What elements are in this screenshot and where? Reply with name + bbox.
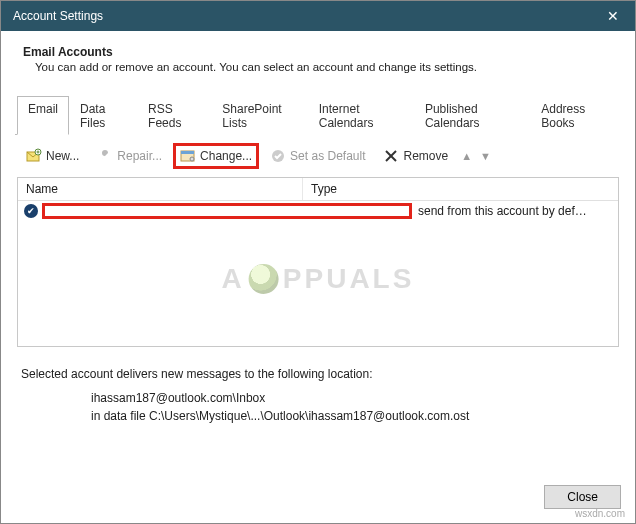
- tab-email[interactable]: Email: [17, 96, 69, 135]
- account-row[interactable]: ✔ send from this account by def…: [18, 201, 618, 221]
- tab-rss-feeds[interactable]: RSS Feeds: [137, 96, 211, 135]
- change-button-label: Change...: [200, 149, 252, 163]
- svg-rect-5: [181, 151, 194, 154]
- account-type-text: send from this account by def…: [412, 204, 612, 218]
- window-title: Account Settings: [13, 9, 591, 23]
- set-default-button-label: Set as Default: [290, 149, 365, 163]
- tab-internet-calendars[interactable]: Internet Calendars: [308, 96, 414, 135]
- header-title: Email Accounts: [23, 45, 615, 59]
- delivery-location-detail: ihassam187@outlook.com\Inbox in data fil…: [21, 381, 615, 425]
- watermark-logo: APPUALS: [222, 263, 415, 295]
- close-button[interactable]: Close: [544, 485, 621, 509]
- set-default-icon: [270, 148, 286, 164]
- change-icon: [180, 148, 196, 164]
- footer: Close: [15, 467, 621, 509]
- remove-icon: [383, 148, 399, 164]
- account-name-redacted: [42, 203, 412, 219]
- tab-published-calendars[interactable]: Published Calendars: [414, 96, 530, 135]
- tab-container: Email Data Files RSS Feeds SharePoint Li…: [15, 95, 621, 347]
- new-mail-icon: [26, 148, 42, 164]
- window-close-button[interactable]: ✕: [591, 1, 635, 31]
- col-header-type[interactable]: Type: [303, 178, 618, 200]
- set-default-button: Set as Default: [263, 144, 372, 168]
- tab-address-books[interactable]: Address Books: [530, 96, 621, 135]
- account-list: Name Type ✔ send from this account by de…: [17, 177, 619, 347]
- header-description: You can add or remove an account. You ca…: [23, 61, 615, 73]
- move-up-icon: ▲: [459, 150, 474, 162]
- move-down-icon: ▼: [478, 150, 493, 162]
- list-header: Name Type: [18, 178, 618, 201]
- repair-button-label: Repair...: [117, 149, 162, 163]
- titlebar: Account Settings ✕: [1, 1, 635, 31]
- repair-button: Repair...: [90, 144, 169, 168]
- repair-icon: [97, 148, 113, 164]
- content-area: Email Accounts You can add or remove an …: [1, 31, 635, 523]
- watermark-avatar-icon: [249, 264, 279, 294]
- header-section: Email Accounts You can add or remove an …: [15, 41, 621, 87]
- site-watermark: wsxdn.com: [575, 508, 625, 519]
- new-button-label: New...: [46, 149, 79, 163]
- toolbar: New... Repair... Change...: [15, 135, 621, 175]
- svg-point-6: [190, 157, 194, 161]
- change-button[interactable]: Change...: [173, 143, 259, 169]
- default-check-icon: ✔: [24, 204, 38, 218]
- col-header-name[interactable]: Name: [18, 178, 303, 200]
- delivery-location-intro: Selected account delivers new messages t…: [21, 367, 615, 381]
- account-settings-window: Account Settings ✕ Email Accounts You ca…: [0, 0, 636, 524]
- tab-strip: Email Data Files RSS Feeds SharePoint Li…: [15, 95, 621, 135]
- delivery-mailbox: ihassam187@outlook.com\Inbox: [91, 389, 615, 407]
- remove-button-label: Remove: [403, 149, 448, 163]
- new-button[interactable]: New...: [19, 144, 86, 168]
- tab-data-files[interactable]: Data Files: [69, 96, 137, 135]
- delivery-location-section: Selected account delivers new messages t…: [15, 367, 621, 425]
- tab-sharepoint-lists[interactable]: SharePoint Lists: [211, 96, 307, 135]
- remove-button[interactable]: Remove: [376, 144, 455, 168]
- delivery-datafile: in data file C:\Users\Mystique\...\Outlo…: [91, 407, 615, 425]
- close-icon: ✕: [607, 8, 619, 24]
